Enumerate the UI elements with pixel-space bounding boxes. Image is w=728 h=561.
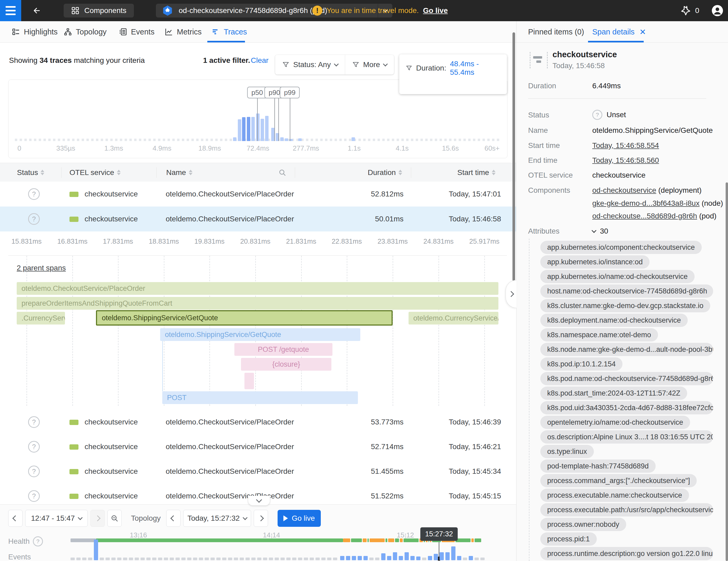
event-bar[interactable] xyxy=(387,556,391,560)
name-search-button[interactable] xyxy=(278,163,286,182)
time-marker-line[interactable] xyxy=(439,542,439,558)
time-range-next-button[interactable] xyxy=(90,510,105,527)
attribute-chip[interactable]: process.owner:nobody xyxy=(540,518,626,531)
table-row[interactable]: ?checkoutserviceoteldemo.CheckoutService… xyxy=(0,410,516,435)
histogram-bar[interactable] xyxy=(352,137,355,141)
event-bar[interactable] xyxy=(480,558,485,560)
event-bar[interactable] xyxy=(269,558,273,560)
attribute-chip[interactable]: k8s.pod.ip:10.1.2.154 xyxy=(540,357,622,371)
help-icon[interactable]: ? xyxy=(33,536,43,546)
event-bar[interactable] xyxy=(245,558,250,560)
component-link-row[interactable]: od-checkoutse...58d689d-g8r6h (pod) xyxy=(592,212,717,220)
event-bar[interactable] xyxy=(222,558,226,560)
datetime-next-button[interactable] xyxy=(254,510,268,527)
event-bar[interactable] xyxy=(123,558,127,560)
column-header-otel-service[interactable]: OTEL service xyxy=(69,163,121,182)
attribute-chip[interactable]: k8s.pod.name:od-checkoutservice-77458d68… xyxy=(540,372,713,385)
span-bar[interactable]: oteldemo.ShippingService/GetQuote xyxy=(160,328,360,341)
percentile-label-p99[interactable]: p99 xyxy=(280,87,300,98)
table-row[interactable]: ?checkoutserviceoteldemo.CheckoutService… xyxy=(0,182,516,207)
sort-icon[interactable] xyxy=(189,170,192,175)
tab-span-details[interactable]: Span details ✕ xyxy=(592,21,646,42)
more-filter-button[interactable]: More xyxy=(345,55,394,74)
attribute-chip[interactable]: os.description:Alpine Linux 3....t 18 03… xyxy=(540,430,713,444)
event-bar[interactable] xyxy=(315,558,320,560)
span-bar[interactable]: .CurrencyServ... xyxy=(17,312,65,325)
panel-scrollbar[interactable] xyxy=(726,182,728,561)
component-link[interactable]: od-checkoutservice xyxy=(592,186,656,194)
attribute-chip[interactable]: k8s.namespace.name:otel-demo xyxy=(540,328,658,341)
histogram-bar[interactable] xyxy=(247,117,250,141)
pin-icon[interactable] xyxy=(680,5,691,16)
event-bar[interactable] xyxy=(210,558,215,560)
collapse-timeline-handle[interactable] xyxy=(248,496,270,506)
column-header-status[interactable]: Status xyxy=(17,163,44,182)
event-bar[interactable] xyxy=(422,558,426,560)
attribute-chip[interactable]: pod-template-hash:77458d689d xyxy=(540,459,656,473)
event-bar[interactable] xyxy=(158,558,162,560)
time-range-dropdown[interactable]: 12:47 - 15:47 xyxy=(25,510,88,527)
event-bar[interactable] xyxy=(445,552,450,560)
attribute-chip[interactable]: process.executable.path:/usr/src/app/che… xyxy=(540,503,713,516)
tab-pinned-items[interactable]: Pinned items (0) xyxy=(528,21,584,42)
event-bar[interactable] xyxy=(176,558,180,560)
attribute-chip[interactable]: app.kubernetes.io/instance:od xyxy=(540,255,650,269)
start-time-value[interactable]: Today, 15:46:58.554 xyxy=(592,141,659,150)
event-bar[interactable] xyxy=(234,558,238,560)
component-link[interactable]: od-checkoutse...58d689d-g8r6h xyxy=(592,212,697,220)
event-bar[interactable] xyxy=(88,558,92,560)
event-bar[interactable] xyxy=(275,558,279,560)
attribute-chip[interactable]: k8s.deployment.name:od-checkoutservice xyxy=(540,314,688,327)
sort-icon[interactable] xyxy=(41,170,44,175)
table-row[interactable]: ?checkoutserviceoteldemo.CheckoutService… xyxy=(0,434,516,459)
event-bar[interactable] xyxy=(428,556,432,560)
span-bar[interactable]: prepareOrderItemsAndShippingQuoteFromCar… xyxy=(17,297,498,310)
event-bar[interactable] xyxy=(280,558,285,560)
event-bar[interactable] xyxy=(135,558,139,560)
clear-filters-link[interactable]: Clear xyxy=(251,56,269,65)
event-bar[interactable] xyxy=(111,558,116,560)
components-nav-button[interactable]: Components xyxy=(64,4,134,17)
datetime-prev-button[interactable] xyxy=(166,510,181,527)
histogram-bar[interactable] xyxy=(242,117,245,141)
event-bar[interactable] xyxy=(257,558,261,560)
event-bar[interactable] xyxy=(416,556,420,560)
go-live-button[interactable]: Go live xyxy=(278,510,321,527)
duration-filter-popover[interactable]: Duration: 48.4ms - 55.4ms xyxy=(399,54,507,94)
attribute-chip[interactable]: process.pid:1 xyxy=(540,532,597,546)
event-bar[interactable] xyxy=(363,556,368,560)
event-bar[interactable] xyxy=(141,558,145,560)
histogram-bar[interactable] xyxy=(265,116,269,141)
table-row[interactable]: ?checkoutserviceoteldemo.CheckoutService… xyxy=(0,459,516,484)
attribute-chip[interactable]: app.kubernetes.io/component:checkoutserv… xyxy=(540,241,702,254)
histogram-bar[interactable] xyxy=(238,119,241,141)
span-bar[interactable]: oteldemo.CheckoutService/PlaceOrder xyxy=(17,282,498,295)
attribute-chip[interactable]: process.executable.name:checkoutservice xyxy=(540,489,689,502)
event-bar[interactable] xyxy=(286,558,291,560)
event-bar[interactable] xyxy=(216,558,221,560)
span-bar[interactable]: POST xyxy=(162,391,358,404)
histogram-bar[interactable] xyxy=(298,138,302,141)
event-bar[interactable] xyxy=(205,558,209,560)
event-bar[interactable] xyxy=(298,558,302,560)
tab-traces[interactable]: Traces xyxy=(212,21,247,42)
event-bar[interactable] xyxy=(475,558,479,560)
component-link-row[interactable]: od-checkoutservice (deployment) xyxy=(592,186,701,195)
attribute-chip[interactable]: k8s.pod.start_time:2024-03-12T11:57:42Z xyxy=(540,387,687,400)
event-bar[interactable] xyxy=(199,558,203,560)
main-scrollbar[interactable] xyxy=(512,32,515,281)
event-bar[interactable] xyxy=(251,558,256,560)
event-bar[interactable] xyxy=(76,558,81,560)
attribute-chip[interactable]: app.kubernetes.io/name:od-checkoutservic… xyxy=(540,270,695,283)
duration-filter-value[interactable]: 48.4ms - 55.4ms xyxy=(450,60,501,77)
event-bar[interactable] xyxy=(117,558,121,560)
event-bar[interactable] xyxy=(71,558,75,560)
event-bar[interactable] xyxy=(352,556,356,560)
histogram-bar[interactable] xyxy=(233,137,236,141)
datetime-dropdown[interactable]: Today, 15:27:32 xyxy=(183,510,251,527)
component-link-row[interactable]: gke-gke-demo-d...3bf643a8-i8ux (node) xyxy=(592,199,723,208)
event-bar[interactable] xyxy=(327,558,331,560)
event-bar[interactable] xyxy=(82,558,86,560)
event-bar[interactable] xyxy=(358,556,362,560)
histogram-bar[interactable] xyxy=(256,113,260,141)
